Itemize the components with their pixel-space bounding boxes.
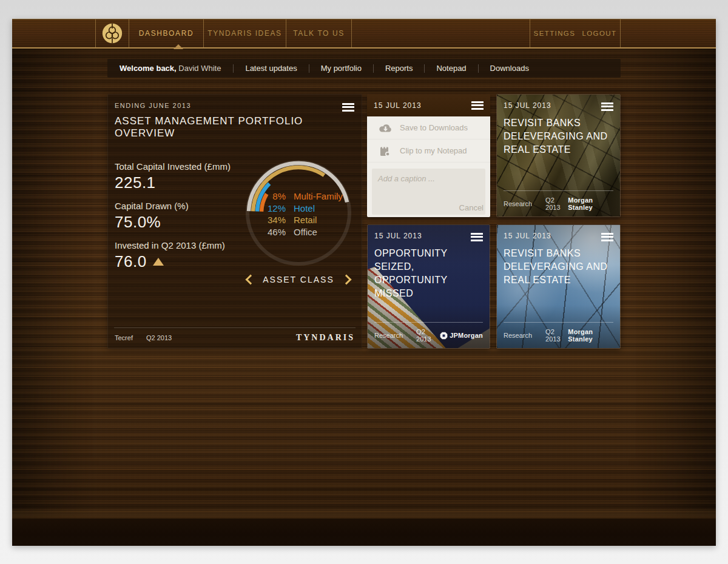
article-date: 15 JUL 2013 (374, 232, 422, 240)
stat-value-text: 76.0 (115, 252, 147, 271)
nav-tab-dashboard[interactable]: DASHBOARD (129, 19, 203, 47)
subnav-item-latest-updates[interactable]: Latest updates (233, 64, 308, 73)
topbar-spacer (12, 19, 95, 47)
save-to-downloads-button[interactable]: Save to Downloads (367, 116, 490, 139)
cancel-button[interactable]: Cancel (459, 203, 484, 212)
topbar-right-group: SETTINGS LOGOUT (530, 19, 621, 47)
article-category: Research (504, 200, 532, 207)
subnav-item-downloads[interactable]: Downloads (478, 64, 541, 73)
jpmorgan-logo: JPMorgan (440, 332, 483, 340)
footer-divider (504, 322, 613, 323)
portfolio-stats: Total Capital Invested (£mm) 225.1 Capit… (115, 161, 231, 280)
action-label: Save to Downloads (400, 123, 468, 132)
donut-legend: 8%Multi-Family12%Hotel34%Retail46%Office (259, 190, 343, 238)
article-title: REVISIT BANKS DELEVERAGING AND REAL ESTA… (504, 116, 612, 156)
action-label: Clip to my Notepad (400, 146, 467, 155)
article-footer: Research Q2 2013 Morgan Stanley (497, 190, 620, 217)
article-title: OPPORTUNITY SEIZED, OPPORTUNITY MISSED (374, 247, 482, 300)
jpmorgan-octagon-icon (440, 332, 448, 340)
stat-total-capital-invested: Total Capital Invested (£mm) 225.1 (115, 161, 231, 192)
stat-invested-q2: Invested in Q2 2013 (£mm) 76.0 (115, 240, 231, 271)
card-menu-button[interactable] (601, 101, 613, 112)
subnav-item-reports[interactable]: Reports (373, 64, 425, 73)
welcome-message: Welcome back, David White (107, 64, 233, 73)
article-footer: Research Q2 2013 JPMorgan (368, 322, 490, 348)
article-period: Q2 2013 (416, 328, 440, 343)
tyndaris-wordmark: TYNDARIS (296, 333, 355, 343)
trefoil-logo-icon (101, 22, 124, 45)
stat-value: 225.1 (115, 173, 231, 192)
legend-row: 8%Multi-Family (259, 190, 343, 203)
wood-background: DASHBOARD TYNDARIS IDEAS TALK TO US SETT… (12, 19, 716, 546)
brand-logo[interactable] (95, 19, 129, 47)
chevron-right-icon[interactable] (341, 275, 351, 285)
stat-label: Total Capital Invested (£mm) (115, 161, 231, 172)
topbar-flex-spacer (352, 19, 530, 47)
article-title: REVISIT BANKS DELEVERAGING AND REAL ESTA… (504, 247, 612, 287)
article-card-revisit-banks-1[interactable]: 15 JUL 2013 REVISIT BANKS DELEVERAGING A… (496, 94, 621, 217)
cloud-download-icon (378, 122, 393, 134)
options-card-header: 15 JUL 2013 (367, 94, 490, 116)
clip-to-notepad-button[interactable]: Clip to my Notepad (367, 139, 490, 163)
card-menu-button[interactable] (601, 231, 613, 243)
asset-class-donut-chart: 8%Multi-Family12%Hotel34%Retail46%Office (241, 155, 356, 270)
card-menu-button[interactable] (471, 231, 483, 243)
article-period: Q2 2013 (545, 328, 568, 343)
morgan-stanley-wordmark: Morgan Stanley (568, 196, 613, 211)
footer-divider (114, 327, 356, 328)
logout-button[interactable]: LOGOUT (582, 30, 616, 37)
article-date: 15 JUL 2013 (374, 101, 422, 110)
jpmorgan-wordmark: JPMorgan (450, 332, 483, 339)
legend-row: 12%Hotel (259, 203, 343, 215)
article-category: Research (374, 332, 403, 339)
morgan-stanley-wordmark: Morgan Stanley (568, 328, 613, 343)
footer-divider (504, 190, 613, 191)
user-name: David White (178, 64, 221, 73)
footer-period: Q2 2013 (146, 334, 172, 341)
options-card-body: Save to Downloads Clip to my Notepad Can… (367, 116, 490, 217)
reporting-period-label: ENDING JUNE 2013 (115, 102, 191, 109)
card-menu-button[interactable] (342, 101, 354, 113)
card-title: ASSET MANAGEMENT PORTFOLIO OVERVIEW (115, 115, 362, 139)
card-menu-button[interactable] (471, 99, 484, 111)
bottom-dark-strip (12, 519, 716, 546)
welcome-bold-text: Welcome back, (120, 64, 177, 73)
topbar-spacer (621, 19, 716, 47)
stat-capital-drawn: Capital Drawn (%) 75.0% (115, 201, 231, 232)
stat-label: Capital Drawn (%) (115, 201, 231, 211)
nav-tab-tyndaris-ideas[interactable]: TYNDARIS IDEAS (203, 19, 286, 47)
active-tab-notch (174, 44, 183, 49)
article-footer: Research Q2 2013 Morgan Stanley (497, 322, 620, 348)
stat-label: Invested in Q2 2013 (£mm) (115, 240, 231, 250)
article-card-opportunity[interactable]: 15 JUL 2013 OPPORTUNITY SEIZED, OPPORTUN… (367, 224, 490, 349)
trend-up-icon (153, 258, 164, 266)
article-date: 15 JUL 2013 (504, 101, 551, 110)
subnav-item-notepad[interactable]: Notepad (424, 64, 477, 73)
stat-value: 75.0% (115, 213, 231, 232)
footer-source: Tecref (115, 334, 133, 341)
article-card-revisit-banks-2[interactable]: 15 JUL 2013 REVISIT BANKS DELEVERAGING A… (496, 224, 621, 349)
secondary-navigation-bar: Welcome back, David White Latest updates… (107, 59, 621, 78)
legend-row: 46%Office (259, 226, 343, 238)
top-navigation-bar: DASHBOARD TYNDARIS IDEAS TALK TO US SETT… (12, 19, 716, 49)
asset-class-selector: ASSET CLASS (241, 270, 356, 289)
subnav-item-my-portfolio[interactable]: My portfolio (309, 64, 373, 73)
stat-value: 76.0 (115, 252, 231, 271)
settings-button[interactable]: SETTINGS (534, 30, 576, 37)
article-date: 15 JUL 2013 (504, 232, 551, 240)
portfolio-overview-card: ENDING JUNE 2013 ASSET MANAGEMENT PORTFO… (107, 94, 362, 349)
chevron-left-icon[interactable] (246, 275, 256, 285)
legend-row: 34%Retail (259, 214, 343, 226)
footer-divider (374, 322, 483, 323)
article-options-card: 15 JUL 2013 Save to Downloads (367, 94, 490, 217)
card-footer: Tecref Q2 2013 TYNDARIS (115, 333, 355, 343)
clip-notepad-icon (378, 145, 393, 157)
article-period: Q2 2013 (545, 196, 568, 211)
wood-glow-band (12, 508, 716, 519)
nav-tab-talk-to-us[interactable]: TALK TO US (286, 19, 352, 47)
selector-label: ASSET CLASS (263, 275, 334, 284)
article-category: Research (504, 332, 532, 339)
app-window: DASHBOARD TYNDARIS IDEAS TALK TO US SETT… (0, 0, 728, 564)
